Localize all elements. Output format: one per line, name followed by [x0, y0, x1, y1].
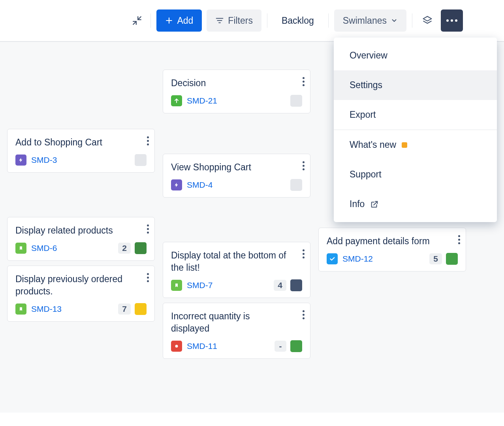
external-link-icon — [370, 200, 379, 209]
card-more-button[interactable] — [303, 77, 305, 86]
dropdown-info[interactable]: Info — [334, 189, 497, 219]
bolt-icon — [171, 179, 182, 190]
color-chip — [290, 179, 302, 191]
issue-key[interactable]: SMD-3 — [31, 155, 57, 165]
bolt-icon — [15, 155, 26, 166]
dropdown-export[interactable]: Export — [334, 100, 497, 130]
divider — [328, 13, 329, 28]
count-badge: 5 — [429, 253, 442, 264]
more-horizontal-icon — [446, 19, 457, 22]
column-1: Add to Shopping Cart SMD-3 Display relat… — [7, 49, 155, 359]
count-badge: - — [275, 341, 286, 352]
issue-key[interactable]: SMD-6 — [31, 243, 57, 253]
card-title: Display previously ordered products. — [15, 273, 133, 298]
issue-key[interactable]: SMD-12 — [342, 254, 373, 264]
layers-button[interactable] — [418, 11, 437, 30]
card-related[interactable]: Display related products SMD-6 2 — [7, 217, 155, 261]
color-chip — [135, 242, 147, 254]
card-more-button[interactable] — [458, 235, 460, 244]
card-title: Display total at the bottom of the list! — [171, 249, 289, 274]
card-more-button[interactable] — [147, 136, 149, 145]
dropdown-settings[interactable]: Settings — [334, 70, 497, 100]
issue-key[interactable]: SMD-4 — [187, 180, 213, 190]
bookmark-icon — [15, 303, 26, 315]
card-incorrect[interactable]: Incorrect quantity is displayed SMD-11 - — [163, 303, 310, 359]
swimlanes-label: Swimlanes — [343, 15, 387, 26]
issue-key[interactable]: SMD-11 — [187, 341, 217, 351]
bookmark-icon — [15, 243, 26, 254]
dropdown-support[interactable]: Support — [334, 160, 497, 189]
card-total[interactable]: Display total at the bottom of the list!… — [163, 242, 310, 298]
card-add-cart[interactable]: Add to Shopping Cart SMD-3 — [7, 129, 155, 173]
bug-icon — [171, 341, 182, 352]
divider — [150, 13, 151, 28]
card-title: Add payment details form — [327, 235, 444, 247]
dropdown-whats-new[interactable]: What's new — [334, 130, 497, 160]
filters-label: Filters — [228, 15, 253, 26]
check-icon — [327, 253, 338, 264]
add-label: Add — [177, 15, 193, 26]
collapse-icon[interactable] — [129, 13, 145, 28]
divider — [267, 13, 267, 28]
divider — [412, 13, 412, 28]
issue-key[interactable]: SMD-21 — [187, 96, 217, 106]
backlog-button[interactable]: Backlog — [273, 9, 323, 32]
count-badge: 7 — [118, 303, 131, 315]
card-decision[interactable]: Decision SMD-21 — [163, 70, 310, 113]
filter-icon — [215, 16, 224, 25]
more-menu-button[interactable] — [441, 9, 463, 32]
color-chip — [135, 154, 147, 166]
add-button[interactable]: Add — [156, 9, 202, 32]
card-title: Display related products — [15, 224, 133, 237]
card-view-cart[interactable]: View Shopping Cart SMD-4 — [163, 154, 310, 198]
filters-button[interactable]: Filters — [207, 9, 261, 32]
color-chip — [446, 253, 458, 265]
card-title: View Shopping Cart — [171, 161, 289, 173]
count-badge: 4 — [274, 280, 286, 291]
chevron-down-icon — [391, 17, 398, 24]
dropdown-overview[interactable]: Overview — [334, 41, 497, 70]
card-title: Incorrect quantity is displayed — [171, 310, 289, 335]
card-payment[interactable]: Add payment details form SMD-12 5 — [318, 228, 466, 271]
plus-icon — [165, 17, 173, 25]
svg-point-0 — [175, 345, 178, 348]
card-more-button[interactable] — [303, 310, 305, 319]
issue-key[interactable]: SMD-13 — [31, 304, 62, 314]
card-more-button[interactable] — [303, 161, 305, 170]
card-title: Add to Shopping Cart — [15, 136, 133, 149]
layers-icon — [422, 15, 433, 26]
column-2: Decision SMD-21 View Shopping Cart — [163, 49, 310, 359]
more-dropdown: Overview Settings Export What's new Supp… — [334, 38, 497, 222]
card-more-button[interactable] — [147, 273, 149, 282]
toolbar: Add Filters Backlog Swimlanes — [0, 0, 504, 41]
color-chip — [290, 95, 302, 107]
new-indicator-icon — [402, 142, 407, 148]
card-prev[interactable]: Display previously ordered products. SMD… — [7, 266, 155, 322]
color-chip — [290, 279, 302, 291]
swimlanes-button[interactable]: Swimlanes — [334, 9, 406, 32]
issue-key[interactable]: SMD-7 — [187, 281, 213, 290]
count-badge: 2 — [118, 243, 131, 254]
color-chip — [290, 340, 302, 352]
card-title: Decision — [171, 77, 289, 89]
arrow-up-icon — [171, 95, 182, 106]
backlog-label: Backlog — [282, 15, 314, 26]
card-more-button[interactable] — [147, 224, 149, 234]
card-more-button[interactable] — [303, 249, 305, 258]
color-chip — [135, 303, 147, 315]
bookmark-icon — [171, 280, 182, 291]
